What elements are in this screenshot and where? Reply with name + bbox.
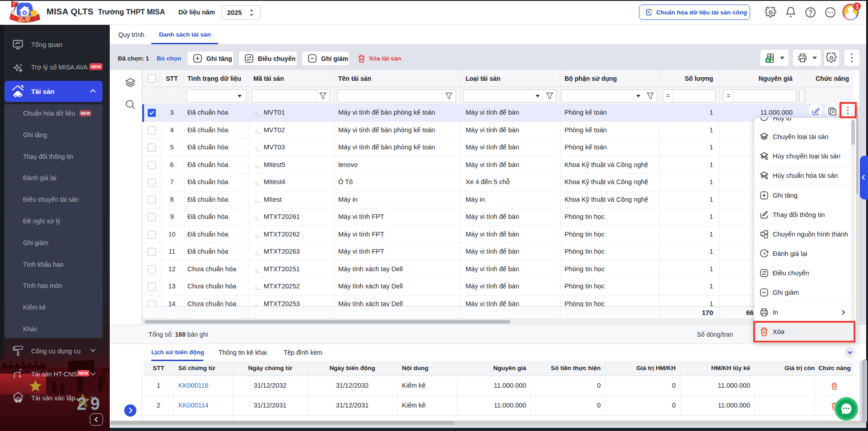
svg-text:X: X bbox=[766, 58, 769, 63]
svg-text:1: 1 bbox=[856, 4, 859, 10]
svg-text:2.9: 2.9 bbox=[18, 14, 30, 23]
